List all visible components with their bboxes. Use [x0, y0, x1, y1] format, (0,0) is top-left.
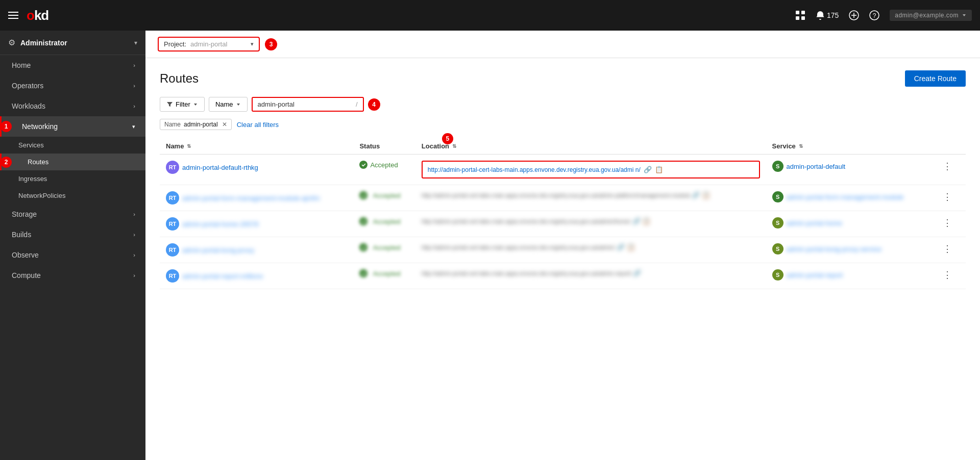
active-filter-tag: Name admin-portal ✕	[160, 119, 232, 130]
hamburger-menu[interactable]	[8, 12, 18, 19]
row-4-status: Accepted	[359, 243, 409, 251]
row-1-service-cell: S admin-portal-default	[766, 155, 934, 185]
row-2-name-cell: RT admin-portal-form-management-module-a…	[160, 185, 353, 211]
create-route-button[interactable]: Create Route	[905, 70, 966, 87]
row-1-status: Accepted	[359, 161, 409, 169]
row-2-location: http://admin-portal-cert-labs-main.apps.…	[422, 191, 760, 199]
filter-label: Filter	[176, 100, 190, 108]
svg-rect-2	[796, 16, 799, 20]
sidebar-item-compute[interactable]: Compute ›	[0, 265, 145, 286]
navbar-right: 175 ? admin@example.com	[795, 10, 972, 21]
sidebar-item-networking[interactable]: 1 Networking ▾	[0, 116, 145, 137]
row-4-name-cell: RT admin-portal-kong-proxy	[160, 237, 353, 263]
sidebar-item-networking-arrow: ▾	[132, 123, 135, 130]
filter-button[interactable]: Filter	[160, 97, 205, 112]
row-1-service-badge: S	[772, 161, 783, 172]
row-3-service-badge: S	[772, 217, 783, 228]
col-location: Location ⇅ 5	[415, 138, 766, 155]
row-2-actions-menu[interactable]: ⋮	[940, 192, 955, 202]
notifications-icon[interactable]: 175	[816, 11, 839, 20]
row-4-status-cell: Accepted	[353, 237, 415, 263]
sidebar: ⚙ Administrator ▾ Home › Operators › Wor…	[0, 31, 145, 460]
apps-grid-icon[interactable]	[795, 10, 805, 20]
row-4-actions-menu[interactable]: ⋮	[940, 244, 955, 254]
active-filters: Name admin-portal ✕ Clear all filters	[160, 119, 966, 130]
table-row: RT admin-portal-default-rthkg	[160, 155, 966, 185]
sidebar-sub-networkpolicies[interactable]: NetworkPolicies	[0, 187, 145, 204]
row-1-actions-menu[interactable]: ⋮	[940, 161, 955, 171]
row-4-service-cell: S admin-portal-kong-proxy-service	[766, 237, 934, 263]
top-navbar: okd 175 ? admin@example.com	[0, 0, 980, 31]
row-5-status-cell: Accepted	[353, 263, 415, 289]
sidebar-item-observe[interactable]: Observe ›	[0, 245, 145, 265]
routes-table: Name ⇅ Status Location ⇅ 5	[160, 138, 966, 289]
sidebar-item-observe-arrow: ›	[133, 252, 135, 258]
row-3-name-cell: RT admin-portal-home-26578	[160, 211, 353, 237]
row-4-location-cell: http://admin-portal-cert-labs-main.apps.…	[415, 237, 766, 263]
user-menu[interactable]: admin@example.com	[890, 10, 972, 21]
col-actions	[934, 138, 966, 155]
row-2-status-cell: Accepted	[353, 185, 415, 211]
project-selector[interactable]: Project: admin-portal ▾	[158, 37, 260, 52]
search-input[interactable]	[258, 100, 354, 108]
name-filter-dropdown[interactable]: Name	[209, 97, 248, 112]
page-title: Routes	[160, 71, 199, 86]
search-input-wrap: /	[252, 97, 364, 112]
user-name: admin@example.com	[895, 12, 959, 19]
row-1-external-link-icon[interactable]: 🔗	[644, 166, 652, 173]
sidebar-item-operators-arrow: ›	[133, 83, 135, 89]
sidebar-item-operators[interactable]: Operators ›	[0, 75, 145, 96]
row-3-location: http://admin-portal-cert-labs-main.apps.…	[422, 217, 760, 225]
sidebar-item-storage-arrow: ›	[133, 211, 135, 217]
app-logo: okd	[27, 8, 48, 23]
sidebar-item-builds[interactable]: Builds ›	[0, 224, 145, 245]
row-4-service: admin-portal-kong-proxy-service	[787, 245, 881, 253]
sidebar-item-workloads[interactable]: Workloads ›	[0, 96, 145, 116]
clear-all-filters-button[interactable]: Clear all filters	[237, 121, 279, 129]
row-2-badge: RT	[166, 191, 179, 205]
sidebar-sub-ingresses[interactable]: Ingresses	[0, 170, 145, 187]
add-icon[interactable]	[849, 10, 859, 20]
sidebar-item-storage[interactable]: Storage ›	[0, 204, 145, 224]
role-label: Administrator	[20, 39, 134, 47]
row-5-actions-menu[interactable]: ⋮	[940, 270, 955, 280]
row-4-name: admin-portal-kong-proxy	[182, 246, 254, 254]
help-icon[interactable]: ?	[869, 10, 879, 20]
page-header: Routes Create Route	[160, 70, 966, 87]
role-icon: ⚙	[8, 38, 15, 47]
row-5-service: admin-portal-report	[787, 271, 843, 279]
sidebar-item-workloads-arrow: ›	[133, 103, 135, 109]
filter-tag-close[interactable]: ✕	[222, 121, 227, 128]
row-1-name-link[interactable]: admin-portal-default-rthkg	[182, 164, 258, 171]
name-filter-label: Name	[215, 100, 233, 108]
row-5-service-badge: S	[772, 269, 783, 280]
row-3-actions-menu[interactable]: ⋮	[940, 218, 955, 228]
sidebar-item-storage-label: Storage	[12, 210, 37, 218]
role-selector[interactable]: ⚙ Administrator ▾	[0, 31, 145, 55]
sidebar-sub-services-label: Services	[18, 141, 44, 149]
location-sort-icon[interactable]: ⇅	[452, 143, 456, 149]
row-1-location-cell: http://admin-portal-cert-labs-main.apps.…	[415, 155, 766, 185]
row-1-copy-icon[interactable]: 📋	[655, 166, 663, 173]
row-4-service-badge: S	[772, 243, 783, 254]
sidebar-item-home[interactable]: Home ›	[0, 55, 145, 75]
table-header-row: Name ⇅ Status Location ⇅ 5	[160, 138, 966, 155]
logo-k: k	[34, 8, 41, 23]
sidebar-sub-networkpolicies-label: NetworkPolicies	[18, 192, 65, 199]
project-dropdown-arrow: ▾	[251, 41, 254, 47]
row-3-service: admin-portal-home	[787, 219, 842, 227]
sidebar-sub-services[interactable]: Services	[0, 137, 145, 154]
filter-tag-value: admin-portal	[184, 121, 218, 128]
sidebar-sub-routes[interactable]: 2 Routes	[0, 154, 145, 170]
service-sort-icon[interactable]: ⇅	[799, 143, 803, 149]
row-1-service-link[interactable]: admin-portal-default	[787, 163, 846, 170]
row-1-actions-cell: ⋮	[934, 155, 966, 185]
sidebar-item-operators-label: Operators	[12, 82, 43, 90]
filter-tag-label: Name	[164, 121, 181, 128]
name-sort-icon[interactable]: ⇅	[187, 143, 191, 149]
project-label: Project:	[164, 40, 186, 48]
step5-badge: 5	[442, 133, 453, 144]
row-1-name-cell: RT admin-portal-default-rthkg	[160, 155, 353, 185]
row-5-name: admin-portal-report-millions	[182, 272, 263, 280]
row-5-badge: RT	[166, 269, 179, 283]
